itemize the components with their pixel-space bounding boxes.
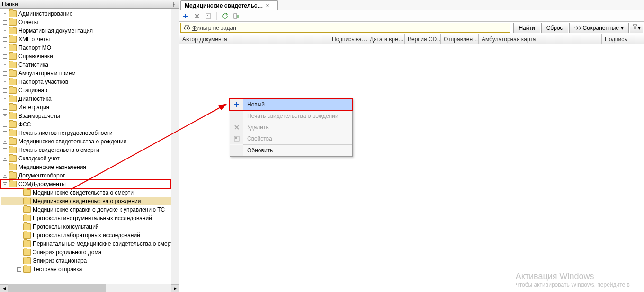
tree-subitem[interactable]: Перинатальные медицинские свидетельства … <box>1 239 171 248</box>
expand-icon[interactable] <box>3 165 7 169</box>
grid-body[interactable] <box>179 44 644 292</box>
expand-icon[interactable] <box>17 233 21 238</box>
scroll-left-button[interactable]: ◂ <box>0 284 8 292</box>
context-menu-item[interactable]: Обновить <box>230 145 352 156</box>
expand-icon[interactable]: + <box>3 37 7 42</box>
tree-item[interactable]: +Паспорт МО <box>1 44 171 52</box>
column-header[interactable]: Подписыва… <box>329 34 367 44</box>
expand-icon[interactable]: + <box>3 54 7 59</box>
tree-subitem[interactable]: Протоколы лабораторных исследований <box>1 231 171 239</box>
folder-icon <box>23 206 31 213</box>
tree-item[interactable]: +Интеграция <box>1 103 171 112</box>
tree-item[interactable]: +Амбулаторный прием <box>1 69 171 78</box>
expand-icon[interactable]: + <box>3 174 7 178</box>
expand-icon[interactable]: + <box>3 131 7 135</box>
tree-item[interactable]: +Справочники <box>1 52 171 61</box>
expand-icon[interactable]: + <box>3 140 7 144</box>
collapse-icon[interactable]: − <box>3 182 7 186</box>
tree-item-semd[interactable]: −СЭМД-документы <box>1 180 171 188</box>
expand-icon[interactable]: + <box>3 88 7 93</box>
expand-icon[interactable] <box>17 242 21 246</box>
folder-icon <box>23 198 31 204</box>
tree-item[interactable]: +Взаиморасчеты <box>1 112 171 120</box>
folder-icon <box>9 121 17 128</box>
tree-horizontal-scrollbar[interactable]: ◂ ▸ <box>0 284 179 292</box>
tree-item[interactable]: +Печать свидетельств о смерти <box>1 146 171 154</box>
expand-icon[interactable]: + <box>3 97 7 101</box>
tree-subitem[interactable]: Протоколы инструментальных исследований <box>1 214 171 222</box>
tree-item[interactable]: Медицинские назначения <box>1 163 171 171</box>
column-header[interactable]: Подпись <box>602 34 630 44</box>
tree-item[interactable]: +Печать листов нетрудоспособности <box>1 129 171 137</box>
expand-icon[interactable] <box>17 191 21 195</box>
expand-icon[interactable] <box>17 208 21 212</box>
tree-item[interactable]: +Отчеты <box>1 18 171 27</box>
tree-item[interactable]: +Статистика <box>1 61 171 69</box>
close-icon[interactable]: × <box>266 3 271 8</box>
tree-subitem[interactable]: Медицинские свидетельства о смерти <box>1 188 171 197</box>
pin-icon[interactable] <box>170 1 177 8</box>
column-header[interactable]: Отправлен … <box>441 34 479 44</box>
expand-icon[interactable]: + <box>3 29 7 33</box>
context-menu-item[interactable]: Новый <box>230 99 352 110</box>
reset-button[interactable]: Сброс <box>541 23 568 33</box>
expand-icon[interactable] <box>17 216 21 221</box>
expand-icon[interactable]: + <box>3 12 7 16</box>
expand-icon[interactable]: + <box>3 46 7 50</box>
tree-subitem[interactable]: Эпикриз стационара <box>1 257 171 265</box>
folder-icon <box>9 87 17 94</box>
export-icon[interactable] <box>232 12 241 20</box>
find-button[interactable]: Найти <box>513 23 540 33</box>
folder-icon <box>23 189 31 196</box>
refresh-icon[interactable] <box>221 12 229 20</box>
expand-icon[interactable] <box>17 259 21 263</box>
tree-subitem[interactable]: Медицинские справки о допуске к управлен… <box>1 205 171 214</box>
tree-subitem[interactable]: Медицинские свидетельства о рождении <box>1 197 171 205</box>
tree-item-label: Паспорта участков <box>18 79 68 85</box>
tree-subitem[interactable]: +Тестовая отправка <box>1 265 171 274</box>
tree-item[interactable]: +Стационар <box>1 86 171 95</box>
expand-icon[interactable]: + <box>17 267 21 272</box>
tree-subitem[interactable]: Эпикриз родильного дома <box>1 248 171 257</box>
expand-icon[interactable]: + <box>3 80 7 84</box>
delete-icon[interactable] <box>193 12 201 20</box>
column-header[interactable]: Автор документа <box>179 34 329 44</box>
column-header[interactable]: Версия CD… <box>405 34 441 44</box>
expand-icon[interactable]: + <box>3 157 7 161</box>
filter-menu-button[interactable]: ▾ <box>630 23 643 33</box>
expand-icon[interactable]: + <box>3 106 7 110</box>
expand-icon[interactable]: + <box>3 123 7 127</box>
tree-item[interactable]: +Диагностика <box>1 95 171 103</box>
tree-item[interactable]: +Администрирование <box>1 9 171 18</box>
expand-icon[interactable]: + <box>3 71 7 76</box>
tree-item[interactable]: +Нормативная документация <box>1 27 171 35</box>
tree-vertical-scrollbar[interactable] <box>171 9 179 284</box>
expand-icon[interactable]: + <box>3 20 7 25</box>
properties-icon[interactable] <box>204 12 213 20</box>
tab-active[interactable]: Медицинские свидетельс… × <box>180 0 278 10</box>
folder-icon <box>9 130 17 136</box>
expand-icon[interactable]: + <box>3 148 7 152</box>
tree-item[interactable]: +Паспорта участков <box>1 78 171 86</box>
refresh-icon <box>230 145 243 156</box>
expand-icon[interactable] <box>17 250 21 255</box>
filter-box[interactable]: Фильтр не задан <box>180 23 510 33</box>
folders-tree[interactable]: +Администрирование+Отчеты+Нормативная до… <box>0 9 171 284</box>
column-header[interactable]: Амбулаторная карта <box>479 34 602 44</box>
tree-subitem[interactable]: Протоколы консультаций <box>1 222 171 231</box>
expand-icon[interactable]: + <box>3 63 7 67</box>
expand-icon[interactable]: + <box>3 114 7 118</box>
tree-item[interactable]: +ФСС <box>1 120 171 129</box>
tree-item[interactable]: +Документооборот <box>1 171 171 180</box>
tree-item[interactable]: +XML отчеты <box>1 35 171 44</box>
saved-filters-button[interactable]: Сохраненные ▾ <box>569 23 629 33</box>
expand-icon[interactable] <box>17 199 21 204</box>
expand-icon[interactable] <box>17 225 21 229</box>
tree-item[interactable]: +Медицинские свидетельства о рождении <box>1 137 171 146</box>
tree-item-label: Администрирование <box>18 10 72 17</box>
add-icon[interactable] <box>181 12 190 20</box>
column-header[interactable]: Дата и вре… <box>367 34 405 44</box>
tree-item[interactable]: +Складской учет <box>1 154 171 163</box>
folder-icon <box>9 138 17 145</box>
scroll-right-button[interactable]: ▸ <box>171 284 179 292</box>
